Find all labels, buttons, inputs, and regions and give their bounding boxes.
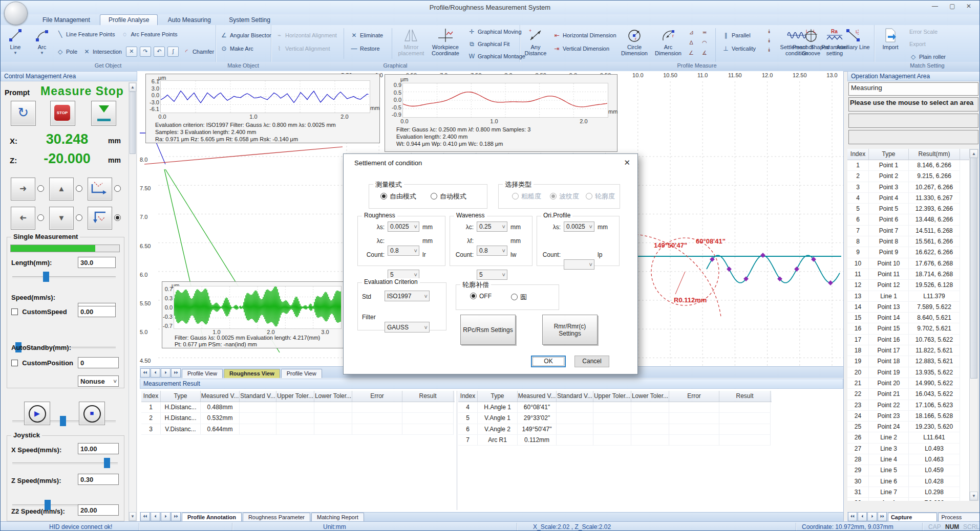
- table-row[interactable]: 10Point 1017.676, 6.268: [847, 258, 969, 269]
- rpc-rsm-settings-button[interactable]: RPc/Rsm Settings: [460, 315, 516, 345]
- table-row[interactable]: 30Line 6L0.428: [847, 476, 969, 487]
- length-slider[interactable]: [11, 271, 117, 282]
- profile-tol-icon-1[interactable]: ⯯: [764, 27, 774, 35]
- tab-auto-measuring[interactable]: Auto Measuring: [160, 15, 219, 25]
- tab-profile-view-2[interactable]: Profile View: [281, 369, 322, 378]
- horizontal-alignment-button[interactable]: ⌁ Horizontal Alignment: [274, 31, 338, 39]
- std-select[interactable]: ISO1997: [385, 291, 430, 301]
- line-feature-points-button[interactable]: ╲ Line Feature Points: [55, 30, 116, 38]
- tab-roughness-view[interactable]: Roughness View: [224, 369, 280, 378]
- joystick-z-speed-input[interactable]: 0.30: [78, 474, 119, 485]
- move-down-radio[interactable]: [76, 214, 82, 221]
- ori-profile-count-select[interactable]: [564, 259, 594, 270]
- ori-profile-ls-select[interactable]: 0.0025: [564, 222, 594, 232]
- table-row[interactable]: 8Point 815.561, 6.266: [847, 236, 969, 247]
- table-row[interactable]: 19Point 1812.883, 5.621: [847, 356, 969, 367]
- graphical-montage-button[interactable]: W Graphical Montage: [466, 52, 527, 60]
- table-row[interactable]: 23Point 2217.106, 5.623: [847, 400, 969, 411]
- table-row[interactable]: 32Arc 1R0.092: [847, 498, 969, 501]
- angle-measure-icon-2[interactable]: ∆: [687, 38, 696, 47]
- auto-standby-select[interactable]: Nonuse: [78, 375, 119, 387]
- table-row[interactable]: 14Point 137.589, 5.622: [847, 302, 969, 313]
- eliminate-button[interactable]: ✕ Eliminate: [349, 31, 385, 39]
- error-scale-button[interactable]: Error Scale: [908, 28, 939, 35]
- ok-button[interactable]: OK: [531, 356, 566, 367]
- table-row[interactable]: 2Point 29.215, 6.266: [847, 171, 969, 182]
- records-nav-prev-icon[interactable]: ⏴: [858, 512, 867, 521]
- table-row[interactable]: 12Point 1219.526, 6.128: [847, 280, 969, 291]
- table-row[interactable]: 25Point 2419.230, 5.620: [847, 422, 969, 432]
- table-row[interactable]: 17Point 1610.763, 5.622: [847, 335, 969, 345]
- waviness-type-radio[interactable]: 波纹度: [550, 192, 579, 201]
- peach-shaped-groove-button[interactable]: LL Peach Shaped Groove: [788, 27, 834, 56]
- waveness-lc-select[interactable]: 0.25: [477, 222, 507, 232]
- roughness-type-radio[interactable]: 粗糙度: [512, 192, 541, 201]
- table-row[interactable]: 9Point 916.622, 6.266: [847, 247, 969, 258]
- records-nav-next-icon[interactable]: ⏵: [867, 512, 877, 521]
- tab-file-management[interactable]: File Management: [34, 15, 98, 25]
- vertical-alignment-button[interactable]: ⌇ Vertical Alignment: [274, 45, 331, 53]
- cancel-button[interactable]: Cancel: [574, 356, 609, 367]
- any-distance-button[interactable]: + Any Distance: [522, 27, 549, 56]
- step-measure-icon-1[interactable]: ≖: [700, 28, 709, 36]
- arc-dimension-button[interactable]: r Arc Dimension: [653, 27, 684, 56]
- reset-button[interactable]: ↻: [11, 101, 36, 126]
- move-right-radio[interactable]: [37, 185, 44, 192]
- table-row[interactable]: 18Point 1711.822, 5.621: [847, 345, 969, 356]
- download-button[interactable]: [91, 101, 116, 126]
- compensation-off-radio[interactable]: OFF: [470, 293, 492, 300]
- custom-position-checkbox[interactable]: [11, 360, 18, 366]
- export-button[interactable]: Export: [908, 40, 927, 48]
- tab-nav-prev-icon[interactable]: ⏴: [151, 368, 160, 378]
- close-button[interactable]: ✕: [960, 1, 977, 12]
- tab-profile-analyse[interactable]: Profile Analyse: [100, 14, 158, 25]
- move-up-button[interactable]: ▲: [49, 178, 74, 201]
- table-row[interactable]: 5V.Angle 129°33'02": [458, 413, 772, 424]
- tab-nav-next-icon[interactable]: ⏵: [161, 368, 171, 378]
- profile-tol-icon-3[interactable]: ⯯: [764, 46, 774, 54]
- plain-roller-button[interactable]: ◇ Plain roller: [908, 53, 947, 61]
- table-row[interactable]: 15Point 148.640, 5.621: [847, 313, 969, 323]
- table-row[interactable]: 7Point 714.511, 6.268: [847, 226, 969, 236]
- auxiliary-line-button[interactable]: L Auxiliary Line: [835, 27, 871, 50]
- arc-feature-points-button[interactable]: ◌ Arc Feature Points: [119, 30, 179, 38]
- start-measure-button[interactable]: ▶: [24, 402, 50, 425]
- tab-process-record[interactable]: Process record: [938, 513, 980, 522]
- move-left-button[interactable]: ➜: [11, 207, 35, 230]
- pole-button[interactable]: ◇ Pole: [55, 48, 79, 56]
- undo-curve-button[interactable]: ↶: [154, 47, 165, 57]
- app-logo-icon[interactable]: [4, 2, 28, 25]
- length-input[interactable]: 30.0: [78, 257, 116, 268]
- table-row[interactable]: 29Line 5L0.459: [847, 465, 969, 476]
- waveness-lf-select[interactable]: 0.8: [477, 246, 507, 256]
- scroll-up-icon[interactable]: ▲: [970, 149, 978, 158]
- custom-speed-input[interactable]: 0.00: [78, 306, 116, 317]
- verticality-button[interactable]: ⊥ Verticality: [720, 45, 757, 53]
- table-row[interactable]: 4H.Angle 160°08'41": [458, 402, 772, 413]
- records-nav-last-icon[interactable]: ⏵⏵: [878, 512, 887, 521]
- graphical-fit-button[interactable]: ⧉ Graphical Fit: [466, 40, 511, 48]
- profile-type-radio[interactable]: 轮廓度: [586, 192, 615, 201]
- table-row[interactable]: 20Point 1913.935, 5.622: [847, 367, 969, 378]
- chamfer-button[interactable]: ◜ Chamfer: [181, 48, 216, 56]
- records-nav-first-icon[interactable]: ⏴⏴: [848, 512, 857, 521]
- angular-bisector-button[interactable]: ∠ Angular Bisector: [219, 31, 273, 39]
- move-down-button[interactable]: ▼: [49, 207, 74, 230]
- arc-button[interactable]: Arc▼: [30, 27, 54, 56]
- tab-capture-records[interactable]: Capture Records: [888, 513, 938, 522]
- table-row[interactable]: 24Point 2318.166, 5.628: [847, 411, 969, 422]
- move-up-radio[interactable]: [76, 185, 82, 192]
- step-measure-icon-3[interactable]: ∡: [700, 49, 709, 57]
- path-mode-2-button[interactable]: [88, 207, 112, 230]
- circle-dimension-button[interactable]: r Circle Dimension: [618, 27, 651, 56]
- make-arc-button[interactable]: ⊙ Make Arc: [219, 45, 255, 53]
- profile-tol-icon-2[interactable]: ⯯: [764, 36, 774, 45]
- tab-roughness-parameter[interactable]: Roughness Parameter: [243, 513, 310, 521]
- joystick-x-speed-input[interactable]: 10.00: [78, 443, 119, 454]
- roughness-lc-select[interactable]: 0.8: [388, 246, 419, 256]
- table-row[interactable]: 6Point 613.448, 6.266: [847, 214, 969, 225]
- result-nav-next-icon[interactable]: ⏵: [161, 512, 171, 521]
- table-row[interactable]: 31Line 7L0.298: [847, 487, 969, 498]
- table-row[interactable]: 2H.Distanc...0.532mm: [141, 413, 455, 424]
- tab-profile-annotation[interactable]: Profile Annotation: [182, 513, 242, 521]
